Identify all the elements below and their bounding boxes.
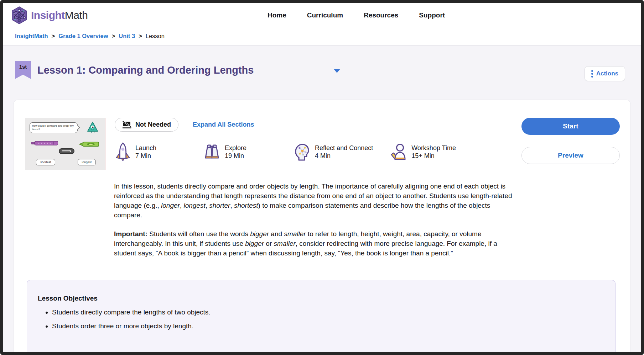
objective-item: Students directly compare the lengths of… <box>52 307 604 317</box>
objectives-list: Students directly compare the lengths of… <box>52 307 604 331</box>
breadcrumb-link-grade1[interactable]: Grade 1 Overview <box>58 33 108 39</box>
main-content: 1st Lesson 1: Comparing and Ordering Len… <box>3 46 641 352</box>
preview-button[interactable]: Preview <box>521 147 620 164</box>
chevron-down-icon[interactable] <box>334 69 340 73</box>
svg-text:−: − <box>13 12 15 14</box>
breadcrumb: InsightMath > Grade 1 Overview > Unit 3 … <box>3 27 641 46</box>
breadcrumb-separator: > <box>52 33 55 39</box>
objective-item: Students order three or more objects by … <box>52 321 604 331</box>
rocket-icon <box>115 142 131 161</box>
svg-text:+: + <box>19 9 20 12</box>
nav-item-support[interactable]: Support <box>419 11 445 19</box>
section-name: Workshop Time <box>411 144 456 152</box>
lesson-title-row: 1st Lesson 1: Comparing and Ordering Len… <box>15 61 628 79</box>
thumbnail-label-longest: longest <box>78 159 96 165</box>
thumbnail-speech-bubble: How could I compare and order my items? <box>30 122 78 133</box>
description-paragraph-1: In this lesson, students directly compar… <box>114 181 516 220</box>
expand-all-sections-link[interactable]: Expand All Sections <box>193 121 254 128</box>
breadcrumb-current: Lesson <box>146 33 165 39</box>
lesson-objectives-card: Lesson Objectives Students directly comp… <box>27 280 616 352</box>
section-duration: 7 Min <box>135 152 156 160</box>
head-network-icon <box>294 143 311 161</box>
page: + = ÷ − × InsightMath Home Curriculum Re… <box>3 3 641 352</box>
triangle-character-icon <box>87 121 99 133</box>
section-launch: Launch 7 Min <box>115 142 156 161</box>
lesson-card: How could I compare and order my items? <box>13 100 631 352</box>
section-duration: 19 Min <box>225 152 246 160</box>
breadcrumb-link-unit3[interactable]: Unit 3 <box>119 33 135 39</box>
screen-slash-icon <box>122 121 132 129</box>
brand-name: InsightMath <box>31 9 88 21</box>
start-button[interactable]: Start <box>521 118 620 135</box>
svg-text:×: × <box>24 16 25 18</box>
lesson-thumbnail[interactable]: How could I compare and order my items? <box>25 118 105 170</box>
grade-badge: 1st <box>15 61 31 79</box>
recorder-icon <box>31 141 58 145</box>
description-paragraph-2: Important: Students will often use the w… <box>114 229 516 258</box>
lesson-sections-row: Launch 7 Min <box>115 142 507 161</box>
breadcrumb-separator: > <box>139 33 142 39</box>
crayon-icon <box>79 142 99 147</box>
paperclip-icon <box>58 148 75 154</box>
hexagon-atom-icon: + = ÷ − × <box>11 6 27 24</box>
nav-item-home[interactable]: Home <box>268 11 286 19</box>
section-reflect-connect: Reflect and Connect 4 Min <box>294 143 373 161</box>
app-header: + = ÷ − × InsightMath Home Curriculum Re… <box>3 3 641 27</box>
binoculars-icon <box>203 143 220 160</box>
kebab-menu-icon <box>591 70 593 78</box>
breadcrumb-separator: > <box>112 33 115 39</box>
person-writing-icon <box>390 143 407 161</box>
nav-item-curriculum[interactable]: Curriculum <box>307 11 343 19</box>
thumbnail-label-shortest: shortest <box>36 159 55 165</box>
section-name: Reflect and Connect <box>315 144 373 152</box>
breadcrumb-link-insightmath[interactable]: InsightMath <box>15 33 48 39</box>
section-workshop-time: Workshop Time 15+ Min <box>390 143 456 161</box>
top-navigation: Home Curriculum Resources Support <box>268 11 445 19</box>
objectives-heading: Lesson Objectives <box>38 295 604 302</box>
section-name: Explore <box>225 144 246 152</box>
section-explore: Explore 19 Min <box>203 143 246 160</box>
section-duration: 15+ Min <box>411 152 456 160</box>
actions-button[interactable]: Actions <box>585 66 625 81</box>
lesson-description: In this lesson, students directly compar… <box>114 181 516 258</box>
svg-text:÷: ÷ <box>19 19 20 22</box>
section-name: Launch <box>135 144 156 152</box>
section-duration: 4 Min <box>315 152 373 160</box>
nav-item-resources[interactable]: Resources <box>364 11 398 19</box>
page-title: Lesson 1: Comparing and Ordering Lengths <box>37 64 254 76</box>
brand-logo[interactable]: + = ÷ − × InsightMath <box>11 6 88 24</box>
svg-text:=: = <box>19 14 20 17</box>
not-needed-pill[interactable]: Not Needed <box>115 118 178 132</box>
